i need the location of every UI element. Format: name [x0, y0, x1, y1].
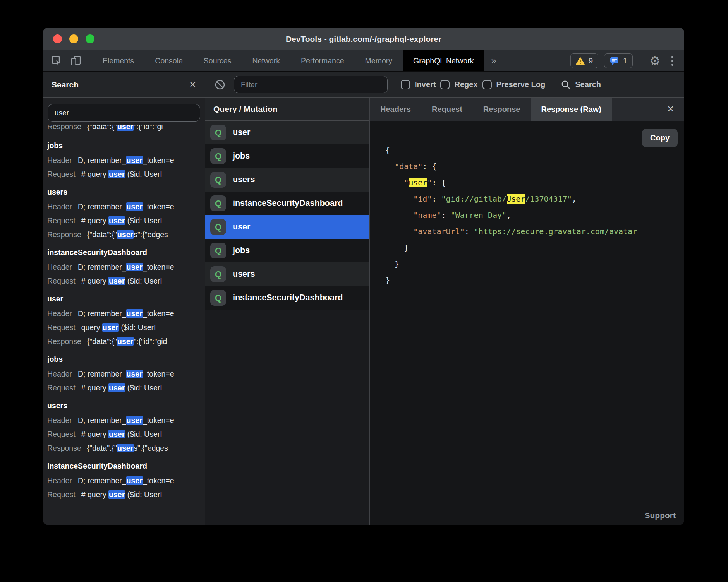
settings-icon[interactable]: ⚙ [648, 55, 662, 67]
search-result-row-text: D; remember_user_token=e [78, 370, 174, 378]
filter-input[interactable] [234, 76, 388, 93]
search-result-row[interactable]: Request# query user ($id: UserI [43, 214, 205, 228]
search-result-row-text: {"data":{"user":{"id":"gi [87, 125, 163, 131]
search-icon [561, 80, 571, 90]
search-result-row[interactable]: HeaderD; remember_user_token=e [43, 474, 205, 488]
match-highlight: user [117, 125, 134, 131]
search-result-row-label: Response [47, 444, 81, 452]
search-result-row[interactable]: Request# query user ($id: UserI [43, 167, 205, 181]
search-result-row[interactable]: HeaderD; remember_user_token=e [43, 306, 205, 320]
preserve-log-checkbox-label: Preserve Log [496, 80, 546, 89]
more-tabs-icon[interactable]: » [484, 50, 503, 71]
tab-memory[interactable]: Memory [355, 50, 403, 71]
close-search-icon[interactable]: ✕ [189, 80, 196, 90]
tab-request[interactable]: Request [421, 98, 473, 121]
clear-log-icon[interactable] [215, 79, 225, 90]
query-name: users [233, 269, 255, 279]
tab-performance[interactable]: Performance [290, 50, 355, 71]
traffic-lights [53, 28, 94, 50]
close-details-icon[interactable]: ✕ [657, 98, 684, 121]
search-result-row[interactable]: Request# query user ($id: UserI [43, 488, 205, 502]
tab-response-raw[interactable]: Response (Raw) [531, 98, 612, 121]
copy-button[interactable]: Copy [642, 129, 678, 147]
devtools-toolbar: ElementsConsoleSourcesNetworkPerformance… [43, 50, 684, 72]
match-highlight: user [117, 230, 134, 239]
match-highlight: user [108, 216, 125, 225]
search-result-section: Response{"data":{"user":{"id":"gi [43, 125, 205, 135]
tab-console[interactable]: Console [144, 50, 193, 71]
search-result-row-label: Request [47, 490, 76, 499]
search-result-row-text: D; remember_user_token=e [78, 416, 174, 425]
regex-checkbox-box[interactable] [440, 80, 450, 89]
preserve-log-checkbox-box[interactable] [482, 80, 492, 89]
search-result-section-instancesecuritydashboard: instanceSecurityDashboardHeaderD; rememb… [43, 241, 205, 288]
search-result-row[interactable]: HeaderD; remember_user_token=e [43, 260, 205, 274]
search-result-row-label: Header [47, 416, 72, 425]
search-result-row-label: Header [47, 370, 72, 378]
clipped-result-row: Response{"data":{"user":{"id":"gi [43, 125, 205, 135]
query-list-item-users[interactable]: Qusers [205, 262, 369, 286]
preserve-log-checkbox[interactable]: Preserve Log [482, 80, 546, 89]
search-result-row[interactable]: Request# query user ($id: UserI [43, 381, 205, 395]
tab-sources[interactable]: Sources [193, 50, 242, 71]
search-result-row[interactable]: HeaderD; remember_user_token=e [43, 153, 205, 167]
tab-headers[interactable]: Headers [370, 98, 421, 121]
search-result-section-jobs: jobsHeaderD; remember_user_token=eReques… [43, 348, 205, 395]
query-list-item-instancesecuritydashboard[interactable]: QinstanceSecurityDashboard [205, 286, 369, 310]
more-options-icon[interactable] [668, 56, 677, 66]
network-search-label: Search [575, 80, 601, 89]
search-result-row[interactable]: Response{"data":{"user":{"id":"gid [43, 334, 205, 348]
tab-elements[interactable]: Elements [92, 50, 144, 71]
toolbar-divider [640, 55, 640, 67]
search-result-row[interactable]: Request# query user ($id: UserI [43, 427, 205, 441]
search-result-row-label: Request [47, 216, 76, 225]
query-name: jobs [233, 246, 250, 255]
search-result-row-label: Request [47, 277, 76, 285]
match-highlight: user [108, 430, 125, 438]
regex-checkbox[interactable]: Regex [440, 80, 477, 89]
minimize-window-button[interactable] [69, 34, 78, 43]
search-result-row[interactable]: HeaderD; remember_user_token=e [43, 200, 205, 214]
tab-graphql-network[interactable]: GraphQL Network [403, 50, 484, 71]
query-list-item-user[interactable]: Quser [205, 121, 369, 144]
query-list-item-users[interactable]: Qusers [205, 168, 369, 192]
query-list-item-jobs[interactable]: Qjobs [205, 144, 369, 168]
search-result-row[interactable]: Request# query user ($id: UserI [43, 274, 205, 288]
search-result-row[interactable]: Requestquery user ($id: UserI [43, 320, 205, 334]
messages-badge[interactable]: 1 [604, 53, 633, 68]
search-result-row[interactable]: HeaderD; remember_user_token=e [43, 413, 205, 427]
regex-checkbox-label: Regex [454, 80, 477, 89]
support-link[interactable]: Support [645, 511, 676, 520]
network-search-button[interactable]: Search [561, 80, 601, 90]
match-highlight: user [108, 277, 125, 285]
search-result-title: user [43, 288, 205, 306]
zoom-window-button[interactable] [86, 34, 94, 43]
json-line: "id": "gid://gitlab/User/13704317", [385, 191, 684, 207]
query-list-item-instancesecuritydashboard[interactable]: QinstanceSecurityDashboard [205, 192, 369, 215]
invert-checkbox-box[interactable] [401, 80, 410, 89]
search-result-row[interactable]: Response{"data":{"users":{"edges [43, 228, 205, 241]
inspect-element-icon[interactable] [48, 53, 65, 69]
search-result-row[interactable]: HeaderD; remember_user_token=e [43, 367, 205, 381]
device-toolbar-icon[interactable] [68, 53, 84, 69]
search-input[interactable] [48, 104, 200, 122]
tab-response[interactable]: Response [473, 98, 531, 121]
search-result-row-label: Request [47, 170, 76, 178]
tab-network[interactable]: Network [242, 50, 290, 71]
invert-checkbox-label: Invert [415, 80, 436, 89]
search-result-section-user: userHeaderD; remember_user_token=eReques… [43, 288, 205, 348]
search-result-row[interactable]: Response{"data":{"users":{"edges [43, 441, 205, 455]
query-type-badge: Q [210, 125, 226, 140]
invert-checkbox[interactable]: Invert [401, 80, 436, 89]
search-result-row-text: query user ($id: UserI [81, 323, 156, 332]
query-list-item-jobs[interactable]: Qjobs [205, 239, 369, 262]
search-result-row-text: # query user ($id: UserI [81, 170, 162, 178]
close-window-button[interactable] [53, 34, 62, 43]
query-list-item-user[interactable]: Quser [205, 215, 369, 239]
match-highlight: user [126, 263, 143, 271]
match-highlight: user [126, 416, 143, 425]
warnings-badge[interactable]: 9 [570, 53, 598, 68]
search-result-row[interactable]: Response{"data":{"user":{"id":"gi [43, 125, 205, 134]
match-highlight: user [126, 202, 143, 211]
search-result-row-text: # query user ($id: UserI [81, 430, 162, 438]
